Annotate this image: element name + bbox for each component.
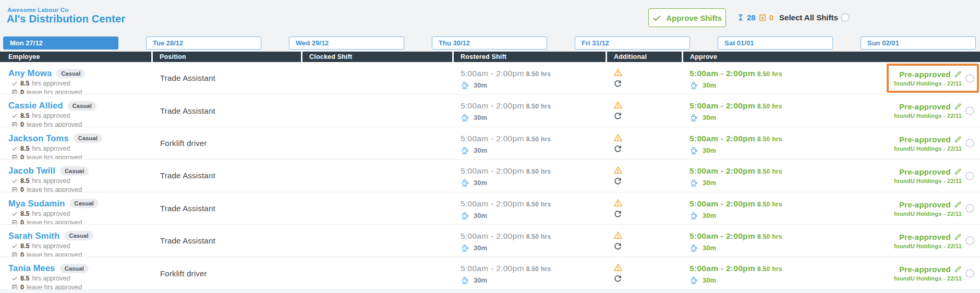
approve-selection: Pre-approved foundU Holdings - 22/11 bbox=[887, 64, 979, 93]
shift-select-radio[interactable] bbox=[965, 204, 974, 213]
check-icon bbox=[11, 275, 18, 282]
refresh-icon[interactable] bbox=[613, 144, 622, 153]
table-row: Mya Sudamin Casual 8.5hrs approved 0leav… bbox=[0, 192, 980, 225]
date-tab[interactable]: Wed 29/12 bbox=[289, 36, 404, 50]
approve-shifts-button[interactable]: Approve Shifts bbox=[648, 8, 726, 27]
approve-shift-times: 5:00am - 2:00pm8.50 hrs 30m bbox=[683, 192, 782, 219]
refresh-icon[interactable] bbox=[613, 112, 622, 120]
position-cell: Trade Assistant bbox=[153, 160, 303, 191]
warning-icon bbox=[613, 263, 623, 272]
status-badge: Pre-approved bbox=[899, 102, 951, 111]
approve-selection: Pre-approved foundU Holdings - 22/11 bbox=[887, 96, 979, 125]
leave-approved-line: 0leave hrs approved bbox=[11, 121, 153, 126]
clocked-shift-cell bbox=[303, 127, 454, 159]
leave-approved-line: 0leave hrs approved bbox=[11, 154, 153, 159]
approve-status: Pre-approved foundU Holdings - 22/11 bbox=[894, 265, 962, 282]
coffee-break-icon bbox=[461, 114, 470, 121]
employee-name-link[interactable]: Jackson Toms bbox=[8, 133, 69, 143]
refresh-icon[interactable] bbox=[613, 242, 622, 251]
refresh-icon[interactable] bbox=[613, 210, 622, 218]
shift-select-radio[interactable] bbox=[965, 106, 974, 115]
approve-shift-times: 5:00am - 2:00pm8.50 hrs 30m bbox=[683, 127, 782, 154]
additional-cell bbox=[607, 225, 683, 257]
employee-name-link[interactable]: Any Mowa bbox=[8, 68, 52, 78]
coffee-break-icon bbox=[461, 179, 470, 187]
employee-name-link[interactable]: Mya Sudamin bbox=[8, 199, 65, 209]
coffee-break-icon bbox=[461, 276, 470, 284]
coffee-break-icon bbox=[690, 179, 699, 187]
edit-pencil-icon[interactable] bbox=[954, 103, 962, 111]
col-clocked-shift: Clocked Shift bbox=[303, 52, 454, 62]
additional-cell bbox=[607, 127, 683, 159]
edit-pencil-icon[interactable] bbox=[954, 168, 962, 176]
employee-name-link[interactable]: Sarah Smith bbox=[8, 231, 59, 241]
rostered-shift-cell: 5:00am - 2:00pm8.50 hrs 30m bbox=[454, 257, 607, 289]
edit-pencil-icon[interactable] bbox=[954, 136, 962, 143]
hours-approved-line: 8.5hrs approved bbox=[11, 112, 153, 119]
rostered-shift-cell: 5:00am - 2:00pm8.50 hrs 30m bbox=[454, 94, 607, 126]
employee-name-link[interactable]: Tania Mees bbox=[8, 263, 55, 273]
date-tab[interactable]: Tue 28/12 bbox=[146, 36, 261, 50]
status-badge: Pre-approved bbox=[899, 167, 951, 176]
status-badge: Pre-approved bbox=[899, 265, 951, 274]
shift-select-radio[interactable] bbox=[965, 172, 974, 180]
select-all-radio[interactable] bbox=[841, 13, 850, 22]
col-employee: Employee bbox=[0, 52, 153, 62]
col-rostered-shift: Rostered Shift bbox=[454, 52, 607, 62]
table-row: Jacob Twill Casual 8.5hrs approved 0leav… bbox=[0, 160, 980, 192]
refresh-icon[interactable] bbox=[613, 79, 622, 88]
additional-cell bbox=[607, 160, 683, 191]
edit-pencil-icon[interactable] bbox=[954, 201, 962, 209]
coffee-break-icon bbox=[461, 212, 470, 219]
employee-name-link[interactable]: Jacob Twill bbox=[8, 166, 55, 176]
clocked-shift-cell bbox=[303, 62, 454, 94]
refresh-icon[interactable] bbox=[613, 177, 622, 186]
coffee-break-icon bbox=[690, 244, 699, 252]
approve-selection: Pre-approved foundU Holdings - 22/11 bbox=[887, 129, 979, 158]
hours-approved-line: 8.5hrs approved bbox=[11, 145, 153, 152]
edit-pencil-icon[interactable] bbox=[954, 265, 962, 273]
hours-approved-line: 8.5hrs approved bbox=[11, 80, 153, 87]
select-all-label: Select All Shifts bbox=[779, 13, 838, 22]
employee-cell: Tania Mees Casual 8.5hrs approved 0leave… bbox=[0, 257, 153, 289]
approved-by: foundU Holdings - 22/11 bbox=[894, 113, 962, 119]
hours-approved-line: 8.5hrs approved bbox=[11, 177, 153, 185]
additional-cell bbox=[607, 192, 683, 224]
shift-select-radio[interactable] bbox=[965, 236, 974, 245]
date-tab[interactable]: Thu 30/12 bbox=[432, 36, 547, 50]
col-approve: Approve bbox=[683, 52, 980, 62]
date-tab[interactable]: Mon 27/12 bbox=[3, 36, 118, 50]
additional-cell bbox=[607, 257, 683, 289]
approve-status: Pre-approved foundU Holdings - 22/11 bbox=[894, 167, 962, 184]
leave-calendar-icon bbox=[11, 219, 18, 224]
date-tab[interactable]: Sun 02/01 bbox=[861, 36, 976, 50]
employee-name-link[interactable]: Cassie Allied bbox=[8, 101, 63, 111]
page-title: Al's Distribution Center bbox=[7, 13, 125, 25]
table-row: Tania Mees Casual 8.5hrs approved 0leave… bbox=[0, 257, 980, 289]
leave-approved-line: 0leave hrs approved bbox=[11, 219, 153, 224]
clocked-shift-cell bbox=[303, 257, 454, 289]
calendar-x-icon bbox=[758, 13, 767, 22]
edit-pencil-icon[interactable] bbox=[954, 233, 962, 241]
date-tab[interactable]: Sat 01/01 bbox=[718, 36, 833, 50]
table-header: Employee Position Clocked Shift Rostered… bbox=[0, 52, 980, 62]
date-tabs: Mon 27/12 Tue 28/12 Wed 29/12 Thu 30/12 … bbox=[0, 36, 980, 50]
approve-cell: 5:00am - 2:00pm8.50 hrs 30m Pre-approved… bbox=[683, 127, 980, 159]
employment-type-badge: Casual bbox=[68, 101, 96, 111]
refresh-icon[interactable] bbox=[613, 274, 622, 283]
check-icon bbox=[11, 145, 18, 152]
shift-select-radio[interactable] bbox=[965, 269, 974, 278]
rostered-shift-cell: 5:00am - 2:00pm8.50 hrs 30m bbox=[454, 62, 607, 94]
shift-select-radio[interactable] bbox=[965, 139, 974, 148]
edit-pencil-icon[interactable] bbox=[954, 70, 962, 78]
approved-by: foundU Holdings - 22/11 bbox=[894, 145, 962, 152]
coffee-break-icon bbox=[461, 244, 470, 252]
leave-calendar-icon bbox=[11, 252, 18, 257]
approved-by: foundU Holdings - 22/11 bbox=[894, 80, 962, 87]
shift-select-radio[interactable] bbox=[965, 74, 974, 83]
approve-selection: Pre-approved foundU Holdings - 22/11 bbox=[887, 194, 979, 223]
position-cell: Forklift driver bbox=[153, 127, 303, 159]
approve-cell: 5:00am - 2:00pm8.50 hrs 30m Pre-approved… bbox=[683, 225, 980, 257]
date-tab[interactable]: Fri 31/12 bbox=[575, 36, 690, 50]
table-row: Jackson Toms Casual 8.5hrs approved 0lea… bbox=[0, 127, 980, 160]
